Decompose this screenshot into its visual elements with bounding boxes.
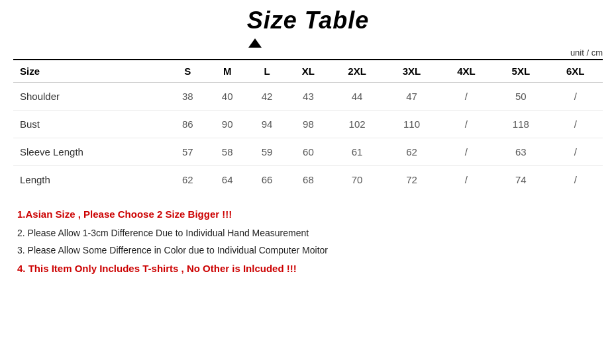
size-col-M: M [207,60,247,83]
row-value-7: 74 [493,166,548,194]
row-value-3: 98 [287,111,330,138]
note1: 1.Asian Size , Please Choose 2 Size Bigg… [17,205,599,224]
row-value-5: 72 [384,166,438,194]
row-value-2: 66 [247,166,287,194]
row-value-2: 59 [247,138,287,166]
size-col-2XL: 2XL [330,60,384,83]
row-value-4: 61 [330,138,384,166]
row-value-8: / [548,83,603,111]
row-value-0: 38 [168,83,207,111]
row-value-4: 44 [330,83,384,111]
row-value-7: 118 [493,111,548,138]
row-value-4: 102 [330,111,384,138]
row-value-1: 64 [207,166,247,194]
note4: 4. This Item Only Includes T-shirts , No… [17,259,599,279]
row-value-3: 68 [287,166,330,194]
row-value-8: / [548,111,603,138]
row-value-5: 110 [384,111,438,138]
row-label: Shoulder [13,83,168,111]
row-value-0: 57 [168,138,207,166]
size-col-S: S [168,60,207,83]
row-value-1: 40 [207,83,247,111]
size-col-5XL: 5XL [493,60,548,83]
row-label: Length [13,166,168,194]
row-value-6: / [439,83,493,111]
table-row: Sleeve Length575859606162/63/ [13,138,603,166]
size-col-XL: XL [287,60,330,83]
row-value-3: 43 [287,83,330,111]
row-value-1: 90 [207,111,247,138]
row-value-5: 62 [384,138,438,166]
note3: 3. Please Allow Some Difference in Color… [17,242,599,259]
row-value-3: 60 [287,138,330,166]
row-value-0: 62 [168,166,207,194]
row-value-8: / [548,166,603,194]
size-col-L: L [247,60,287,83]
row-value-8: / [548,138,603,166]
size-col-4XL: 4XL [439,60,493,83]
row-value-2: 94 [247,111,287,138]
row-label: Bust [13,111,168,138]
size-col-header: Size [13,60,168,83]
table-row: Length626466687072/74/ [13,166,603,194]
size-col-3XL: 3XL [384,60,438,83]
row-value-7: 50 [493,83,548,111]
row-value-7: 63 [493,138,548,166]
row-value-6: / [439,166,493,194]
size-table: SizeSMLXL2XL3XL4XL5XL6XL Shoulder3840424… [13,59,603,193]
note2: 2. Please Allow 1-3cm Difference Due to … [17,224,599,242]
triangle-icon [248,38,262,48]
row-value-1: 58 [207,138,247,166]
row-value-0: 86 [168,111,207,138]
notes-section: 1.Asian Size , Please Choose 2 Size Bigg… [13,203,603,281]
table-row: Bust86909498102110/118/ [13,111,603,138]
row-value-4: 70 [330,166,384,194]
page-title: Size Table [13,7,603,34]
size-col-6XL: 6XL [548,60,603,83]
table-row: Shoulder384042434447/50/ [13,83,603,111]
row-label: Sleeve Length [13,138,168,166]
row-value-2: 42 [247,83,287,111]
triangle-decoration [13,38,603,48]
table-header-row: SizeSMLXL2XL3XL4XL5XL6XL [13,60,603,83]
row-value-6: / [439,138,493,166]
row-value-6: / [439,111,493,138]
unit-label: unit / cm [13,48,603,58]
row-value-5: 47 [384,83,438,111]
